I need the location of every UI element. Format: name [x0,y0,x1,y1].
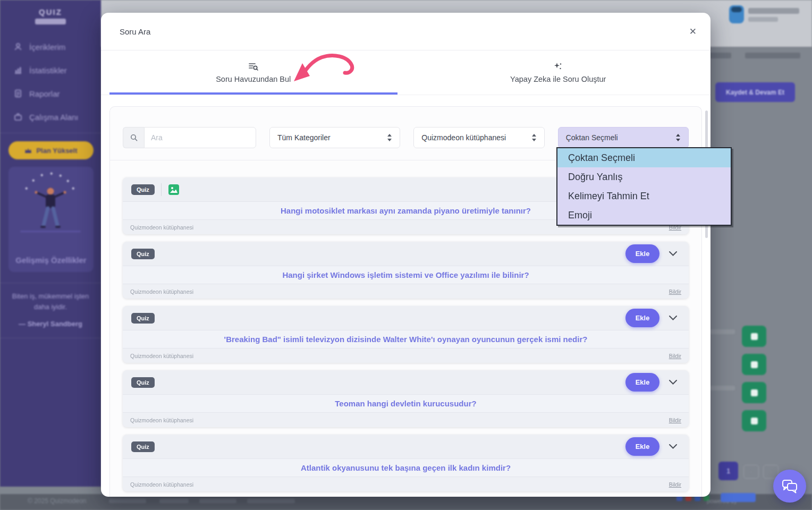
question-row-footer: Quizmodeon kütüphanesi Bildir [123,477,689,491]
copyright: © 2025 Quizmodeon [28,497,86,505]
add-question-button[interactable]: Ekle [625,309,659,327]
app-logo: QUIZ [0,7,101,24]
quiz-badge: Quiz [131,184,155,195]
question-type-dropdown: Çoktan Seçmeli Doğru Yanlış Kelimeyi Tah… [556,147,732,226]
question-text: Teoman hangi devletin kurucusudur? [123,394,689,412]
question-row-header: Quiz Ekle [123,370,689,394]
footer-link [159,499,189,503]
footer-link [247,499,295,503]
quote-block: Biten iş, mükemmel işten daha iyidir. — … [7,291,94,329]
question-row: Quiz Ekle Hangi şirket Windows işletim s… [123,242,689,299]
search-group [123,127,256,148]
updown-icon [387,134,392,141]
chevron-down-icon[interactable] [669,444,677,449]
media-button[interactable] [742,326,766,347]
quiz-badge: Quiz [131,313,155,324]
breadcrumb [745,53,800,58]
question-source: Quizmodeon kütüphanesi [130,417,193,423]
category-select[interactable]: Tüm Kategoriler [269,127,400,148]
library-select[interactable]: Quizmodeon kütüphanesi [413,127,544,148]
question-text: Atlantik okyanusunu tek başına geçen ilk… [123,458,689,477]
add-question-button[interactable]: Ekle [625,373,659,392]
question-row-header: Quiz Ekle [123,435,689,458]
sidebar-item-istatistikler[interactable]: İstatistikler [0,58,101,82]
report-link[interactable]: Bildir [669,417,681,423]
chevron-down-icon[interactable] [669,316,677,320]
sidebar-item-label: İstatistikler [29,66,67,75]
report-link[interactable]: Bildir [669,288,681,295]
quiz-badge: Quiz [131,377,155,388]
media-button[interactable] [742,410,766,431]
sidebar-item-calisma-alani[interactable]: Çalışma Alanı [0,105,101,129]
search-icon [123,127,144,148]
tab-yapay-zeka-ile-soru-olustur[interactable]: Yapay Zeka ile Soru Oluştur [415,50,703,95]
briefcase-icon [14,113,22,121]
media-button[interactable] [742,354,766,375]
question-source: Quizmodeon kütüphanesi [130,353,193,359]
close-icon[interactable]: ✕ [689,26,697,37]
dropdown-option-kelimeyi-tahmin-et[interactable]: Kelimeyi Tahmin Et [557,186,731,206]
report-link[interactable]: Bildir [669,353,681,359]
crown-icon [24,148,32,154]
updown-icon [531,134,537,141]
report-icon [14,89,22,98]
question-row-footer: Quizmodeon kütüphanesi Bildir [123,412,689,427]
media-button[interactable] [742,382,766,403]
pagination-page-1[interactable]: 1 [718,462,738,480]
dropdown-option-coktan-secmeli[interactable]: Çoktan Seçmeli [557,148,731,167]
sidebar-item-icerikler[interactable]: İçeriklerim [0,35,101,58]
avatar[interactable] [729,5,744,23]
question-type-select-value: Çoktan Seçmeli [566,133,618,142]
question-row-footer: Quizmodeon kütüphanesi Bildir [123,348,689,363]
quote-author: — Sheryl Sandberg [7,319,94,329]
person-icon [14,42,22,51]
divider [0,133,101,133]
search-input[interactable] [144,127,256,148]
image-attachment-icon [168,184,180,196]
save-continue-button[interactable]: Kaydet & Devam Et [715,82,795,102]
sparkles-icon [553,62,563,71]
question-row-header: Quiz Ekle [123,242,689,266]
question-row-footer: Quizmodeon kütüphanesi Bildir [123,284,689,299]
footer-link [199,499,236,503]
bg-list-row [709,329,735,334]
dropdown-option-emoji[interactable]: Emoji [557,206,731,225]
tab-soru-havuzundan-bul[interactable]: Soru Havuzundan Bul [109,50,397,95]
footer-link [109,499,146,503]
divider [0,338,101,338]
quote-text: Biten iş, mükemmel işten daha iyidir. [7,291,94,312]
dropdown-option-dogru-yanlis[interactable]: Doğru Yanlış [557,167,731,186]
sidebar: QUIZ İçeriklerim İstatistikler Raporlar [0,0,101,487]
logo-text: QUIZ [0,7,101,16]
report-link[interactable]: Bildir [669,481,681,488]
question-source: Quizmodeon kütüphanesi [130,288,193,295]
add-question-button[interactable]: Ekle [625,244,659,263]
question-text: 'Breaking Bad" isimli televizyon dizisin… [123,330,689,348]
logo-bar [35,19,66,24]
question-type-select[interactable]: Çoktan Seçmeli [558,127,689,148]
upgrade-label: Plan Yükselt [36,147,77,155]
tab-label: Yapay Zeka ile Soru Oluştur [510,75,606,83]
add-question-button[interactable]: Ekle [625,437,659,456]
upgrade-plan-button[interactable]: Plan Yükselt [9,141,94,159]
bg-list-row [709,386,735,390]
sidebar-menu: İçeriklerim İstatistikler Raporlar Çalış… [0,35,101,129]
soru-ara-modal: Soru Ara ✕ Soru Havuzundan Bul Yapay Zek… [101,13,710,497]
chat-bubbles-icon [782,479,798,494]
question-source: Quizmodeon kütüphanesi [130,481,193,488]
modal-title: Soru Ara [120,27,150,36]
question-text: Hangi şirket Windows işletim sistemi ve … [123,266,689,284]
modal-header: Soru Ara ✕ [101,13,710,50]
updown-icon [675,134,681,141]
premium-feature-card[interactable]: ✦ ✦ ✦ ✦ ✦ ✦ ✦ Ge [9,167,94,272]
chevron-down-icon[interactable] [669,380,677,385]
sidebar-item-raporlar[interactable]: Raporlar [0,82,101,105]
quiz-badge: Quiz [131,441,155,452]
category-select-value: Tüm Kategoriler [277,133,331,142]
chat-fab-button[interactable] [773,470,806,503]
sidebar-item-label: Çalışma Alanı [29,113,79,122]
chevron-down-icon[interactable] [669,251,677,256]
sidebar-item-label: Raporlar [29,89,60,98]
question-row: Quiz Ekle 'Breaking Bad" isimli televizy… [123,306,689,363]
pagination-prev[interactable]: ‹ [743,465,759,479]
